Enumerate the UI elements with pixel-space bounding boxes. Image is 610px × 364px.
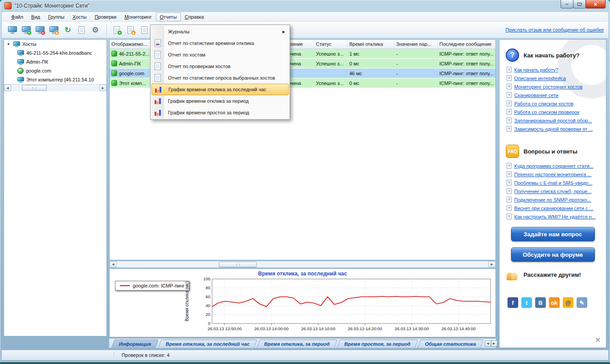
scroll-left-icon[interactable]: ◀ (4, 85, 11, 91)
journal-icon[interactable] (138, 24, 151, 36)
close-button[interactable]: × (585, 0, 606, 8)
tab-0[interactable]: Информация (111, 340, 159, 348)
tab-4[interactable]: Общая статистика (418, 340, 484, 348)
ask-question-button[interactable]: Задайте нам вопрос (511, 227, 595, 241)
reports-menu-item-7[interactable]: График времени простоя за период (151, 107, 289, 118)
bar-chart-icon (155, 98, 162, 104)
add-host-icon[interactable]: + (20, 24, 33, 36)
tabs-scroll-right-icon[interactable]: ▶ (491, 340, 497, 347)
getting-started-link-2[interactable]: Мониторинг состояния хостов (514, 84, 582, 89)
cell: Этот комп... (110, 78, 151, 88)
host-list-icon[interactable] (75, 24, 88, 36)
faq-icon: FAQ (506, 145, 519, 158)
table-horizontal-scrollbar[interactable]: ◀ ▶ (109, 261, 496, 268)
faq-link-5[interactable]: Виснет при сканировании сети с ... (514, 206, 594, 211)
vk-icon[interactable]: В (535, 297, 546, 308)
refresh-icon[interactable]: ↻ (61, 24, 74, 36)
menubar-item-7[interactable]: Справка (181, 12, 208, 21)
reports-menu-item-4[interactable]: Отчет по статистике опроса выбранных хос… (151, 72, 289, 84)
menubar-item-0[interactable]: Файл (7, 12, 27, 21)
column-header-5[interactable]: Значение пар... (394, 40, 438, 49)
expander-icon[interactable]: ▼ (7, 42, 11, 46)
menubar-item-4[interactable]: Проверки (90, 12, 120, 21)
facebook-icon[interactable]: f (508, 297, 518, 308)
host-properties-icon[interactable]: ● (48, 24, 60, 36)
menubar-item-1[interactable]: Вид (27, 12, 44, 21)
svg-text:26.03.13 14:10:00: 26.03.13 14:10:00 (301, 326, 336, 331)
add-check-icon[interactable]: + (111, 24, 123, 36)
scroll-thumb[interactable] (22, 85, 47, 91)
column-header-6[interactable]: Последнее сообщение (438, 40, 496, 49)
getting-started-link-7[interactable]: Зависимость одной проверки от ... (514, 126, 593, 132)
feedback-link[interactable]: Прислать отзыв или сообщение об ошибке (505, 27, 604, 32)
menubar-item-6[interactable]: Отчеты (156, 12, 181, 21)
odnoklassniki-icon[interactable]: ok (549, 297, 560, 308)
reports-menu-item-6[interactable]: График времени отклика за период (151, 95, 289, 107)
minimize-button[interactable]: – (561, 0, 573, 8)
twitter-icon[interactable]: t (521, 297, 532, 308)
getting-started-link-4[interactable]: Работа со списком хостов (514, 101, 573, 106)
scroll-right-icon[interactable]: ▶ (488, 261, 495, 267)
settings-icon[interactable]: ⚙ (89, 24, 102, 36)
livejournal-icon[interactable]: ✎ (577, 297, 587, 308)
getting-started-link-3[interactable]: Сканирование сети (514, 93, 558, 98)
menubar-item-3[interactable]: Хосты (69, 12, 91, 21)
getting-started-link-0[interactable]: Как начать работу? (514, 67, 558, 73)
tab-3[interactable]: Время простоя, за период (337, 340, 418, 348)
reports-menu-item-2[interactable]: Отчет по хостам (151, 49, 289, 61)
reports-menu-item-3[interactable]: Отчет по проверкам хостов (151, 61, 289, 72)
faq-row-6: ?Как настроить WMI? Не удаётся н... (507, 212, 606, 221)
menu-item-label: Отчет по статистике опроса выбранных хос… (168, 75, 289, 81)
host-status-icon (111, 80, 117, 86)
maximize-button[interactable] (573, 0, 586, 8)
titlebar[interactable]: "10-Страйк: Мониторинг Сети" – × (0, 0, 610, 12)
edit-check-icon[interactable]: ● (124, 24, 137, 36)
report-chart-icon (155, 40, 161, 47)
network-scan-icon[interactable] (6, 24, 19, 36)
reports-menu-item-1[interactable]: Отчет по статистике времени отклика (151, 37, 289, 49)
column-header-0[interactable]: Отображаемо... (110, 40, 151, 49)
faq-link-6[interactable]: Как настроить WMI? Не удаётся н... (514, 214, 596, 219)
help-doc-icon: ? (507, 84, 512, 89)
faq-title: Вопросы и ответы (524, 148, 577, 155)
scroll-thumb[interactable] (219, 262, 257, 267)
tree-root-hosts[interactable]: ▼Хосты (4, 40, 106, 49)
tree-item-1[interactable]: Admin-ПК (4, 57, 106, 66)
tree-item-2[interactable]: google.com (4, 66, 106, 75)
tree-item-3[interactable]: Этот компьютер [46.211.54.10 (4, 75, 106, 84)
column-header-4[interactable]: Время отклика (348, 40, 394, 49)
tab-1[interactable]: Время отклика, за последний час (158, 340, 258, 348)
reports-menu-item-5[interactable]: График времени отклика за последний час (151, 84, 289, 95)
menubar-item-5[interactable]: Мониторинг (121, 12, 156, 21)
reports-menu-item-0[interactable]: Журналы▶ (151, 26, 289, 37)
getting-started-link-5[interactable]: Работа со списком проверок (514, 109, 579, 115)
menu-item-label: Отчет по статистике времени отклика (168, 40, 289, 46)
faq-link-2[interactable]: Проблемы с E-mail и SMS-уведо... (514, 180, 592, 186)
getting-started-row-1: ?Описание интерфейса (507, 74, 606, 82)
response-time-chart: 02040608010026.03.13 13:50:0026.03.13 14… (197, 277, 495, 337)
cell: - (394, 69, 438, 78)
help-panel-close-icon[interactable]: ✕ (595, 336, 601, 344)
faq-link-4[interactable]: Подключение по SNMP-протоко... (514, 197, 591, 202)
column-header-3[interactable]: Статус (314, 40, 348, 49)
faq-link-1[interactable]: Перенос настроек мониторинга ... (514, 172, 591, 177)
tabs-scroll-left-icon[interactable]: ◀ (485, 340, 491, 347)
forum-button[interactable]: Обсудите на форуме (511, 247, 595, 262)
menubar-item-2[interactable]: Группы (44, 12, 69, 21)
faq-link-0[interactable]: Куда программа сохраняет стати... (514, 163, 594, 169)
faq-link-3[interactable]: Получение списка служб, проце... (514, 189, 591, 194)
chart-legend: google.com: ICMP-пинг (115, 281, 189, 291)
getting-started-row-7: ?Зависимость одной проверки от ... (507, 125, 606, 133)
tree: ▼Хосты46-211-55-254-khe.broadbancAdmin-П… (4, 40, 106, 84)
tab-2[interactable]: Время отклика, за период (257, 340, 338, 348)
scroll-left-icon[interactable]: ◀ (110, 261, 117, 267)
getting-started-link-6[interactable]: Запланированный простой обор... (514, 118, 592, 123)
tree-item-0[interactable]: 46-211-55-254-khe.broadbanc (4, 49, 106, 57)
mail-ru-icon[interactable]: @ (563, 297, 573, 308)
tree-horizontal-scrollbar[interactable]: ◀ ▶ (4, 84, 106, 91)
host-status-icon (111, 51, 117, 57)
scroll-right-icon[interactable]: ▶ (99, 85, 106, 91)
delete-host-icon[interactable]: × (34, 24, 46, 36)
getting-started-link-1[interactable]: Описание интерфейса (514, 76, 566, 81)
cell: - (394, 59, 438, 68)
